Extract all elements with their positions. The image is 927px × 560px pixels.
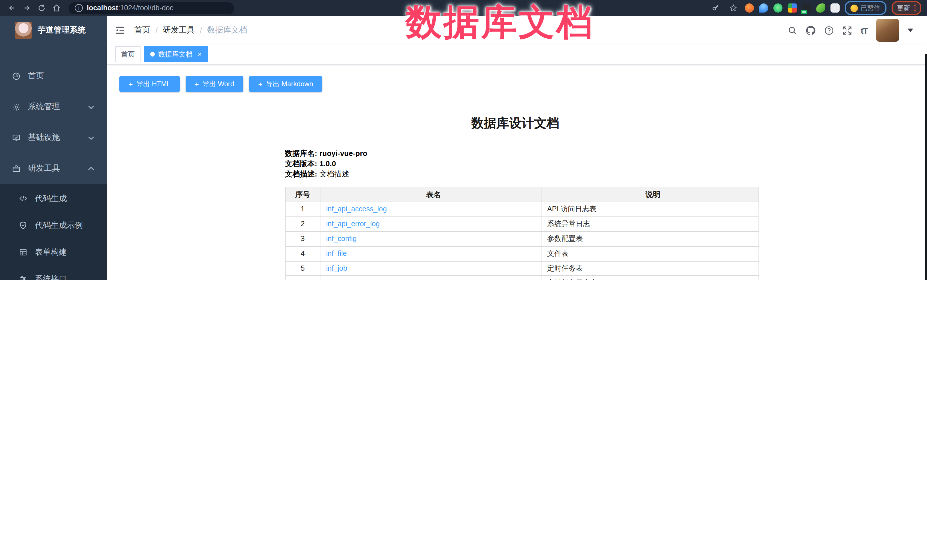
sliders-icon [19,275,27,280]
shield-check-icon [19,221,27,229]
address-bar[interactable]: i localhost:1024/tool/db-doc [68,2,234,14]
font-size-icon[interactable]: tT [861,26,868,35]
row-description: 定时任务日志表 [541,276,759,280]
url-text[interactable]: localhost:1024/tool/db-doc [87,4,173,12]
avatar-caret-down-icon[interactable] [907,29,913,32]
table-row: 6 inf_job_log 定时任务日志表 [285,276,759,280]
doc-meta-version: 文档版本:1.0.0 [285,159,745,169]
app-logo-image [15,22,32,39]
export-html-button[interactable]: + 导出 HTML [119,76,179,92]
extension-icon-green-leaf[interactable] [816,3,825,12]
sidebar-item-home[interactable]: 首页 [0,61,107,91]
row-description: 系统异常日志 [541,217,759,232]
github-icon[interactable] [806,26,816,35]
extension-icon-green-check[interactable] [774,3,783,12]
top-navbar: 首页 / 研发工具 / 数据库文档 tT [107,16,927,44]
export-word-button[interactable]: + 导出 Word [185,76,243,92]
fullscreen-icon[interactable] [842,26,852,35]
sidebar-menu: 首页 系统管理 基础设施 研发工具 [0,61,107,280]
sidebar-item-system-management[interactable]: 系统管理 [0,91,107,122]
browser-home-button[interactable] [50,2,63,14]
browser-forward-button[interactable] [21,2,33,14]
row-index: 3 [285,232,320,246]
navbar-actions: tT [788,19,919,42]
browser-reload-button[interactable] [35,2,48,14]
breadcrumb-dev-tools[interactable]: 研发工具 [163,25,195,35]
row-index: 2 [285,217,320,232]
screenshot-root: i localhost:1024/tool/db-doc on 已暂停 [0,0,927,280]
extension-icon-color-grid[interactable] [788,3,797,12]
tables-overview-table: 序号 表名 说明 1 inf_api_access_log [285,187,759,280]
sidebar-item-infrastructure[interactable]: 基础设施 [0,122,107,153]
table-row: 1 inf_api_access_log API 访问日志表 [285,202,759,217]
user-avatar[interactable] [876,19,899,42]
sidebar-item-form-builder[interactable]: 表单构建 [0,239,107,266]
plus-icon: + [129,80,133,88]
row-index: 1 [285,202,320,217]
password-key-icon[interactable] [710,2,722,14]
page-content: + 导出 HTML + 导出 Word + 导出 Markdown 数据库设计文… [107,65,927,280]
active-tag-dot [150,52,155,56]
row-description: API 访问日志表 [541,202,759,217]
profile-emoji-icon [851,4,858,12]
breadcrumb-home[interactable]: 首页 [134,25,150,35]
sidebar: 芋道管理系统 首页 系统管理 基础设施 [0,16,107,280]
export-markdown-button[interactable]: + 导出 Markdown [249,76,322,92]
row-index: 6 [285,276,320,280]
row-index: 4 [285,246,320,261]
extension-puzzle-icon[interactable] [830,3,840,12]
extension-icon-blue-drop[interactable] [759,3,768,12]
on-badge: on [801,10,807,14]
browser-update-button[interactable]: 更新 [891,1,921,15]
browser-toolbar: i localhost:1024/tool/db-doc on 已暂停 [0,0,927,16]
table-name-link[interactable]: inf_job_log [326,279,361,280]
extension-icon-dark-on[interactable]: on [802,3,811,12]
tag-db-doc-active[interactable]: 数据库文档 × [144,46,208,62]
browser-menu-icon[interactable] [914,5,916,11]
reload-icon [38,4,46,12]
breadcrumb: 首页 / 研发工具 / 数据库文档 [134,25,247,35]
table-name-link[interactable]: inf_file [326,250,347,258]
table-name-link[interactable]: inf_job [326,264,347,272]
breadcrumb-separator: / [155,26,158,35]
table-name-link[interactable]: inf_api_access_log [326,205,387,213]
form-icon [19,248,27,256]
sidebar-collapse-icon[interactable] [115,25,125,35]
browser-back-button[interactable] [6,2,18,14]
table-row: 3 inf_config 参数配置表 [285,232,759,246]
row-description: 参数配置表 [541,232,759,246]
table-name-link[interactable]: inf_config [326,235,357,243]
tag-close-icon[interactable]: × [198,51,202,58]
tag-home[interactable]: 首页 [115,46,140,62]
chevron-down-icon [87,134,96,142]
plus-icon: + [195,80,199,88]
bookmark-star-icon[interactable] [727,2,740,14]
column-header-name: 表名 [320,187,541,202]
site-info-icon[interactable]: i [75,4,83,12]
tags-view-bar: 首页 数据库文档 × [107,44,927,65]
column-header-index: 序号 [285,187,320,202]
row-index: 5 [285,261,320,276]
plus-icon: + [258,80,263,88]
table-row: 2 inf_api_error_log 系统异常日志 [285,217,759,232]
search-icon[interactable] [788,26,797,35]
profile-paused-chip[interactable]: 已暂停 [845,1,886,15]
table-header-row: 序号 表名 说明 [285,187,759,202]
help-icon[interactable] [824,26,834,35]
sidebar-item-codegen-example[interactable]: 代码生成示例 [0,212,107,239]
app-frame: 芋道管理系统 首页 系统管理 基础设施 [0,16,927,280]
page-scrollbar[interactable] [925,54,927,280]
table-row: 4 inf_file 文件表 [285,246,759,261]
table-name-link[interactable]: inf_api_error_log [326,220,380,228]
arrow-right-icon [23,4,31,12]
dev-tools-submenu: 代码生成 代码生成示例 表单构建 系统接口 [0,184,107,280]
doc-meta: 数据库名:ruoyi-vue-pro 文档版本:1.0.0 文档描述:文档描述 [285,149,745,179]
code-icon [19,194,27,203]
extension-icon-orange[interactable] [745,3,754,12]
dashboard-icon [12,72,21,80]
sidebar-item-dev-tools[interactable]: 研发工具 [0,153,107,184]
app-logo-row[interactable]: 芋道管理系统 [0,16,107,44]
sidebar-item-system-api[interactable]: 系统接口 [0,266,107,280]
sidebar-item-code-generation[interactable]: 代码生成 [0,185,107,212]
breadcrumb-current: 数据库文档 [207,25,247,35]
